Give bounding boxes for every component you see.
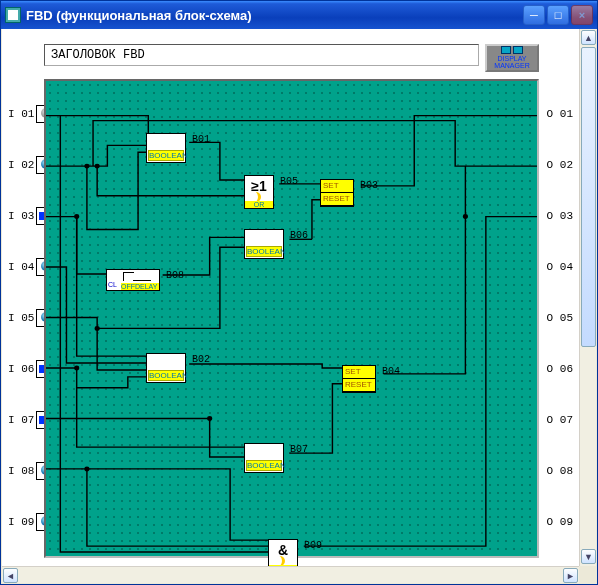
- horizontal-scrollbar[interactable]: ◄ ►: [2, 566, 579, 583]
- output-label: O 08: [547, 465, 573, 477]
- svg-point-8: [84, 466, 89, 471]
- display-manager-label-2: MANAGER: [487, 62, 537, 69]
- output-label: O 09: [547, 516, 573, 528]
- minimize-button[interactable]: ─: [523, 5, 545, 25]
- fbd-block-B07[interactable]: BOOLEANB07: [244, 443, 284, 473]
- input-label: I 04: [8, 261, 34, 273]
- app-window: FBD (функциональная блок-схема) ─ □ × ЗА…: [0, 0, 598, 585]
- svg-point-9: [463, 214, 468, 219]
- svg-point-3: [95, 164, 100, 169]
- titlebar[interactable]: FBD (функциональная блок-схема) ─ □ ×: [1, 1, 597, 29]
- output-label: O 01: [547, 108, 573, 120]
- output-label: O 07: [547, 414, 573, 426]
- output-label: O 06: [547, 363, 573, 375]
- display-manager-button[interactable]: DISPLAY MANAGER: [485, 44, 539, 72]
- scroll-up-button[interactable]: ▲: [581, 30, 596, 45]
- input-label: I 02: [8, 159, 34, 171]
- client-area: ЗАГОЛОВОК FBD DISPLAY MANAGER I 01I 02I …: [2, 29, 596, 583]
- maximize-button[interactable]: □: [547, 5, 569, 25]
- svg-point-2: [84, 164, 89, 169]
- input-label: I 09: [8, 516, 34, 528]
- vertical-scrollbar[interactable]: ▲ ▼: [579, 29, 596, 566]
- input-label: I 01: [8, 108, 34, 120]
- svg-point-7: [207, 416, 212, 421]
- output-label: O 02: [547, 159, 573, 171]
- header-title-field[interactable]: ЗАГОЛОВОК FBD: [44, 44, 479, 66]
- svg-point-6: [95, 326, 100, 331]
- fbd-block-B01[interactable]: BOOLEANB01: [146, 133, 186, 163]
- fbd-block-B06[interactable]: BOOLEANB06: [244, 229, 284, 259]
- app-icon: [5, 7, 21, 23]
- scroll-right-button[interactable]: ►: [563, 568, 578, 583]
- input-label: I 07: [8, 414, 34, 426]
- input-label: I 08: [8, 465, 34, 477]
- display-manager-label-1: DISPLAY: [487, 55, 537, 62]
- scroll-left-button[interactable]: ◄: [3, 568, 18, 583]
- scroll-thumb[interactable]: [581, 47, 596, 347]
- scroll-corner: [579, 566, 596, 583]
- svg-point-4: [74, 214, 79, 219]
- window-title: FBD (функциональная блок-схема): [26, 8, 523, 23]
- fbd-block-B05[interactable]: ≥1ORB05: [244, 175, 274, 209]
- fbd-canvas[interactable]: BOOLEANB01BOOLEANB02≥1ORB05BOOLEANB06BOO…: [44, 79, 539, 558]
- fbd-block-B04[interactable]: SETRESETB04: [342, 365, 376, 393]
- fbd-block-B03[interactable]: SETRESETB03: [320, 179, 354, 207]
- output-label: O 03: [547, 210, 573, 222]
- svg-point-5: [74, 366, 79, 371]
- input-label: I 03: [8, 210, 34, 222]
- fbd-block-B08[interactable]: OFFDELAYCLB08: [106, 269, 160, 291]
- input-label: I 05: [8, 312, 34, 324]
- output-label: O 04: [547, 261, 573, 273]
- scroll-down-button[interactable]: ▼: [581, 549, 596, 564]
- output-label: O 05: [547, 312, 573, 324]
- close-button: ×: [571, 5, 593, 25]
- fbd-block-B02[interactable]: BOOLEANB02: [146, 353, 186, 383]
- viewport: ЗАГОЛОВОК FBD DISPLAY MANAGER I 01I 02I …: [2, 29, 579, 566]
- input-label: I 06: [8, 363, 34, 375]
